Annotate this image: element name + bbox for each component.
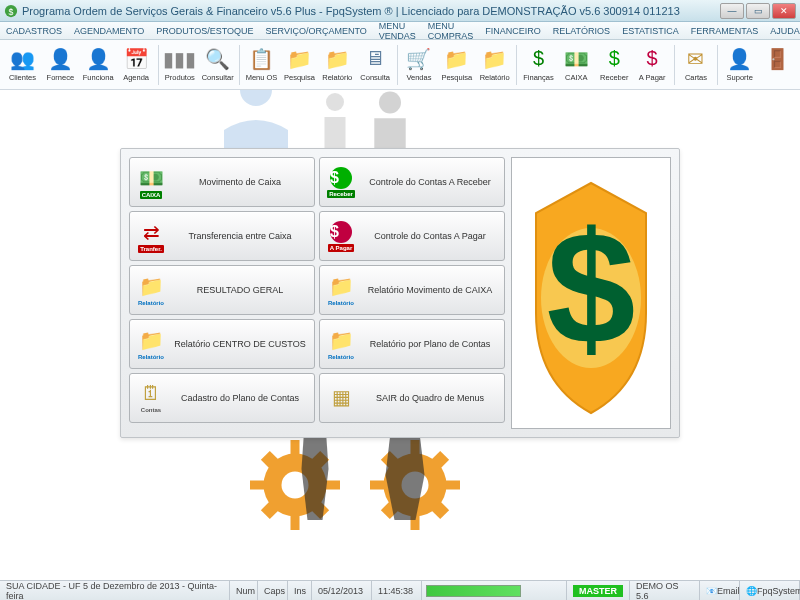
menu-item-1[interactable]: AGENDAMENTO bbox=[72, 26, 146, 36]
menu-btn-0-0[interactable]: 💵CAIXAMovimento de Caixa bbox=[129, 157, 315, 207]
status-location: SUA CIDADE - UF 5 de Dezembro de 2013 - … bbox=[0, 581, 230, 600]
toolbar-clientes[interactable]: 👥Clientes bbox=[4, 42, 41, 88]
menu-btn-2-0[interactable]: 📁RelatórioRESULTADO GERAL bbox=[129, 265, 315, 315]
toolbar-caixa[interactable]: 💵CAIXA bbox=[558, 42, 595, 88]
title-bar: $ Programa Ordem de Serviços Gerais & Fi… bbox=[0, 0, 800, 22]
svg-rect-18 bbox=[442, 481, 460, 490]
toolbar-consultar[interactable]: 🔍Consultar bbox=[199, 42, 236, 88]
menu-item-4[interactable]: MENU VENDAS bbox=[377, 21, 418, 41]
status-num: Num bbox=[230, 581, 258, 600]
menu-bar: CADASTROSAGENDAMENTOPRODUTOS/ESTOQUESERV… bbox=[0, 22, 800, 40]
toolbar-agenda[interactable]: 📅Agenda bbox=[118, 42, 155, 88]
app-icon: $ bbox=[4, 4, 18, 18]
toolbar-funciona[interactable]: 👤Funciona bbox=[80, 42, 117, 88]
window-title: Programa Ordem de Serviços Gerais & Fina… bbox=[22, 5, 720, 17]
menu-item-10[interactable]: AJUDA bbox=[768, 26, 800, 36]
toolbar-menu os[interactable]: 📋Menu OS bbox=[243, 42, 280, 88]
status-demo: DEMO OS 5.6 bbox=[630, 581, 700, 600]
maximize-button[interactable]: ▭ bbox=[746, 3, 770, 19]
menu-item-6[interactable]: FINANCEIRO bbox=[483, 26, 543, 36]
menu-btn-3-1[interactable]: 📁RelatórioRelatório por Plano de Contas bbox=[319, 319, 505, 369]
status-date: 05/12/2013 bbox=[312, 581, 372, 600]
minimize-button[interactable]: — bbox=[720, 3, 744, 19]
svg-point-3 bbox=[379, 92, 401, 114]
menu-item-7[interactable]: RELATÓRIOS bbox=[551, 26, 612, 36]
status-caps: Caps bbox=[258, 581, 288, 600]
dollar-shield-icon: $ bbox=[516, 163, 666, 423]
menu-item-8[interactable]: ESTATISTICA bbox=[620, 26, 681, 36]
svg-point-2 bbox=[326, 93, 344, 111]
toolbar-receber[interactable]: $Receber bbox=[596, 42, 633, 88]
toolbar: 👥Clientes👤Fornece👤Funciona📅Agenda▮▮▮Prod… bbox=[0, 40, 800, 90]
toolbar-pesquisa[interactable]: 📁Pesquisa bbox=[438, 42, 475, 88]
menu-item-0[interactable]: CADASTROS bbox=[4, 26, 64, 36]
status-master: MASTER bbox=[567, 581, 630, 600]
status-ins: Ins bbox=[288, 581, 312, 600]
svg-rect-7 bbox=[250, 481, 268, 490]
svg-text:$: $ bbox=[9, 6, 14, 16]
toolbar-consulta[interactable]: 🖥Consulta bbox=[357, 42, 394, 88]
menu-btn-4-1[interactable]: ▦SAIR do Quadro de Menus bbox=[319, 373, 505, 423]
menu-item-9[interactable]: FERRAMENTAS bbox=[689, 26, 760, 36]
toolbar-finanças[interactable]: $Finanças bbox=[520, 42, 557, 88]
toolbar-produtos[interactable]: ▮▮▮Produtos bbox=[161, 42, 198, 88]
menu-btn-1-1[interactable]: $A PagarControle do Contas A Pagar bbox=[319, 211, 505, 261]
content-area: 💵CAIXAMovimento de Caixa$ReceberControle… bbox=[0, 90, 800, 580]
finance-menu-panel: 💵CAIXAMovimento de Caixa$ReceberControle… bbox=[120, 148, 680, 438]
status-time: 11:45:38 bbox=[372, 581, 422, 600]
toolbar-relatório[interactable]: 📁Relatório bbox=[319, 42, 356, 88]
menu-btn-0-1[interactable]: $ReceberControle do Contas A Receber bbox=[319, 157, 505, 207]
menu-btn-2-1[interactable]: 📁RelatórioRelatório Movimento de CAIXA bbox=[319, 265, 505, 315]
menu-btn-4-0[interactable]: 🗓ContasCadastro do Plano de Contas bbox=[129, 373, 315, 423]
status-email-link[interactable]: 📧 Email bbox=[700, 581, 740, 600]
menu-item-5[interactable]: MENU COMPRAS bbox=[426, 21, 476, 41]
toolbar-vendas[interactable]: 🛒Vendas bbox=[401, 42, 438, 88]
toolbar-exit[interactable]: 🚪 bbox=[759, 42, 796, 88]
status-fpq-link[interactable]: 🌐 FpqSystem bbox=[740, 581, 800, 600]
close-button[interactable]: ✕ bbox=[772, 3, 796, 19]
toolbar-pesquisa[interactable]: 📁Pesquisa bbox=[281, 42, 318, 88]
menu-item-2[interactable]: PRODUTOS/ESTOQUE bbox=[154, 26, 255, 36]
menu-btn-3-0[interactable]: 📁RelatórioRelatório CENTRO DE CUSTOS bbox=[129, 319, 315, 369]
toolbar-suporte[interactable]: 👤Suporte bbox=[721, 42, 758, 88]
svg-text:$: $ bbox=[547, 198, 636, 377]
panel-illustration: $ bbox=[511, 157, 671, 429]
toolbar-cartas[interactable]: ✉Cartas bbox=[677, 42, 714, 88]
status-progress bbox=[422, 581, 567, 600]
toolbar-a pagar[interactable]: $A Pagar bbox=[634, 42, 671, 88]
toolbar-fornece[interactable]: 👤Fornece bbox=[42, 42, 79, 88]
menu-item-3[interactable]: SERVIÇO/ORÇAMENTO bbox=[264, 26, 369, 36]
status-bar: SUA CIDADE - UF 5 de Dezembro de 2013 - … bbox=[0, 580, 800, 600]
menu-btn-1-0[interactable]: ⇄Tranfer.Transferencia entre Caixa bbox=[129, 211, 315, 261]
menu-buttons-grid: 💵CAIXAMovimento de Caixa$ReceberControle… bbox=[129, 157, 505, 429]
toolbar-relatório[interactable]: 📁Relatório bbox=[476, 42, 513, 88]
